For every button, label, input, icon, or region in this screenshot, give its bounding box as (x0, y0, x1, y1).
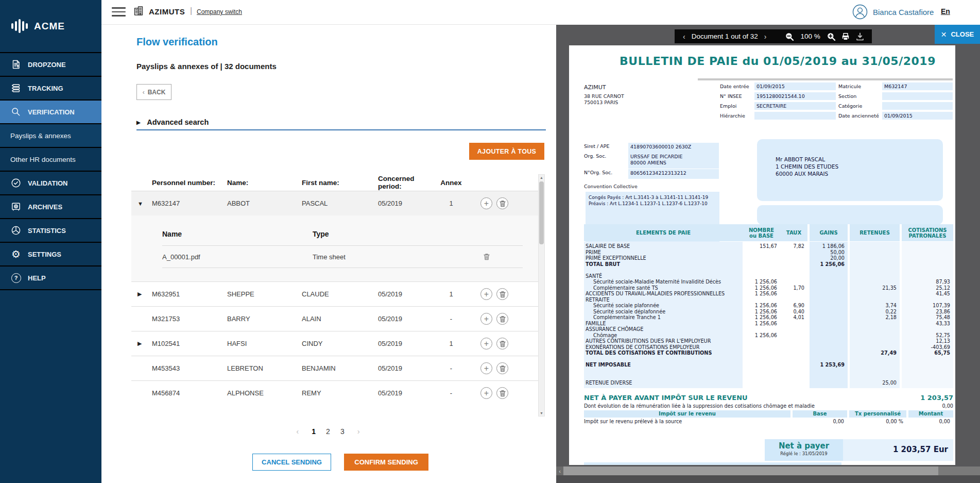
download-icon[interactable] (855, 32, 865, 41)
zoom-in-icon[interactable] (827, 32, 836, 41)
list-body: ▼M632147ABBOTPASCAL05/20191+NameTypeA_00… (131, 191, 538, 405)
page-next-icon[interactable]: › (357, 427, 360, 436)
info-label: Hiérarchie (720, 113, 753, 119)
list-vertical-scrollbar[interactable]: ▲ ▼ (538, 174, 545, 417)
add-to-all-button[interactable]: AJOUTER À TOUS (469, 143, 544, 160)
acme-logo: ACME (0, 0, 101, 53)
cell-first-name: CLAUDE (302, 290, 378, 298)
sidebar-item-validation[interactable]: VALIDATION (0, 172, 101, 195)
document-next-icon[interactable]: › (763, 32, 768, 41)
sidebar-item-statistics[interactable]: STATISTICS (0, 219, 101, 243)
sidebar-item-settings[interactable]: ⚙SETTINGS (0, 243, 101, 267)
dont-evolution-label: Dont évolution de la rémunération liée à… (584, 403, 815, 409)
table-row[interactable]: ▶M102541HAFSICINDY05/20191+ (131, 331, 538, 356)
payslip-row (584, 356, 953, 362)
scrollbar-thumb[interactable] (539, 181, 544, 244)
delete-row-icon[interactable] (496, 313, 508, 325)
sidebar-item-tracking[interactable]: TRACKING (0, 77, 101, 101)
page-title: Flow verification (136, 36, 218, 48)
cell-period: 05/2019 (378, 364, 439, 372)
sidebar-item-archives[interactable]: ARCHIVES (0, 195, 101, 219)
payslip-column-header: RETENUES (848, 224, 900, 241)
delete-row-icon[interactable] (496, 338, 508, 349)
table-row[interactable]: M453543LEBRETONBENJAMIN05/2019-+ (131, 356, 538, 380)
sidebar-item-payslips-annexes[interactable]: Payslips & annexes (0, 124, 101, 148)
nested-column-type: Type (313, 230, 483, 238)
company-switch-link[interactable]: Company switch (197, 8, 242, 15)
close-button[interactable]: ✕ CLOSE (935, 25, 980, 44)
payslip-column-header: COTISATIONS PATRONALES (900, 224, 953, 241)
page-prev-icon[interactable]: ‹ (296, 427, 299, 436)
table-row[interactable]: ▶M632951SHEPPECLAUDE05/20191+ (131, 281, 538, 306)
collapse-row-icon[interactable]: ▼ (131, 201, 152, 207)
back-button[interactable]: ‹ BACK (136, 84, 171, 100)
annex-file-row[interactable]: A_00001.pdfTime sheet (162, 245, 523, 268)
triangle-right-icon: ▶ (136, 120, 141, 125)
back-label: BACK (148, 89, 166, 96)
cell-name: HAFSI (227, 340, 302, 347)
table-row[interactable]: M321753BARRYALAIN05/2019-+ (131, 306, 538, 331)
net-before-tax-label: NET À PAYER AVANT IMPÔT SUR LE REVENU (584, 394, 748, 402)
gear-icon: ⚙ (10, 248, 22, 260)
document-prev-icon[interactable]: ‹ (682, 32, 686, 41)
zoom-out-icon[interactable] (785, 32, 794, 41)
cell-name: ABBOT (227, 199, 302, 207)
sidebar-item-label: STATISTICS (28, 227, 66, 235)
delete-annex-icon[interactable] (483, 253, 523, 261)
main-panel: Flow verification Payslips & annexes of … (101, 25, 556, 483)
employer-name: AZIMUT (584, 84, 606, 91)
cell-first-name: PASCAL (302, 199, 378, 207)
sidebar-item-help[interactable]: ?HELP (0, 267, 101, 290)
menu-hamburger-icon[interactable] (112, 7, 126, 17)
building-icon (133, 5, 144, 16)
employee-address-box: Mr ABBOT PASCAL 1 CHEMIN DES ETUDES 6000… (757, 139, 943, 201)
add-annex-icon[interactable]: + (480, 288, 492, 300)
cell-name: BARRY (227, 315, 302, 323)
advanced-search-toggle[interactable]: ▶ Advanced search (136, 118, 209, 126)
payslip-row: ACCIDENTS DU TRAVAIL-MALADIES PROFESSION… (584, 291, 953, 297)
viewer-horizontal-scrollbar[interactable]: ‹ (556, 467, 980, 475)
table-row[interactable]: ▼M632147ABBOTPASCAL05/20191+ (131, 191, 538, 215)
cell-period: 05/2019 (378, 315, 439, 323)
table-row[interactable]: M456874ALPHONSEREMY05/2019-+ (131, 380, 538, 405)
scroll-up-icon[interactable]: ▲ (539, 176, 544, 179)
sidebar-item-dropzone[interactable]: DROPZONE (0, 53, 101, 77)
expand-row-icon[interactable]: ▶ (131, 340, 152, 347)
hscrollbar-thumb[interactable] (563, 467, 938, 475)
add-annex-icon[interactable]: + (480, 362, 492, 374)
confirm-sending-button[interactable]: CONFIRM SENDING (344, 454, 428, 471)
page-number-2[interactable]: 2 (326, 427, 330, 436)
payslip-row (584, 267, 953, 273)
payslip-column-header: NOMBRE ou BASE (743, 224, 780, 241)
sidebar-item-other-hr-documents[interactable]: Other HR documents (0, 148, 101, 172)
delete-row-icon[interactable] (496, 197, 508, 209)
payslip-title: BULLETIN DE PAIE du 01/05/2019 au 31/05/… (600, 55, 955, 68)
add-annex-icon[interactable]: + (480, 313, 492, 325)
page-number-1[interactable]: 1 (312, 427, 316, 436)
cell-period: 05/2019 (378, 199, 439, 207)
add-annex-icon[interactable]: + (480, 338, 492, 349)
info-label: Section (838, 93, 882, 99)
payslip-row (584, 368, 953, 374)
language-selector[interactable]: En (941, 7, 950, 15)
net-to-pay-label: Net à payer (765, 441, 843, 451)
payslip-row: Complémentaire Tranche 11 256,064,012,18… (584, 314, 953, 321)
delete-row-icon[interactable] (496, 387, 508, 399)
cell-annex: - (439, 389, 480, 397)
page-number-3[interactable]: 3 (340, 427, 345, 436)
payslip-top-band (698, 78, 953, 80)
user-name[interactable]: Bianca Castafiore (873, 8, 934, 16)
company-name: AZIMUTS (149, 7, 185, 16)
cell-annex: 1 (439, 290, 480, 298)
add-annex-icon[interactable]: + (480, 197, 492, 209)
print-icon[interactable] (841, 32, 850, 41)
avatar-icon[interactable] (852, 4, 868, 20)
cancel-sending-button[interactable]: CANCEL SENDING (252, 454, 331, 471)
sidebar-item-verification[interactable]: VERIFICATION (0, 101, 101, 124)
scroll-left-icon[interactable]: ‹ (556, 467, 563, 475)
scroll-down-icon[interactable]: ▼ (539, 411, 544, 415)
delete-row-icon[interactable] (496, 288, 508, 300)
delete-row-icon[interactable] (496, 362, 508, 374)
add-annex-icon[interactable]: + (480, 387, 492, 399)
expand-row-icon[interactable]: ▶ (131, 291, 152, 297)
